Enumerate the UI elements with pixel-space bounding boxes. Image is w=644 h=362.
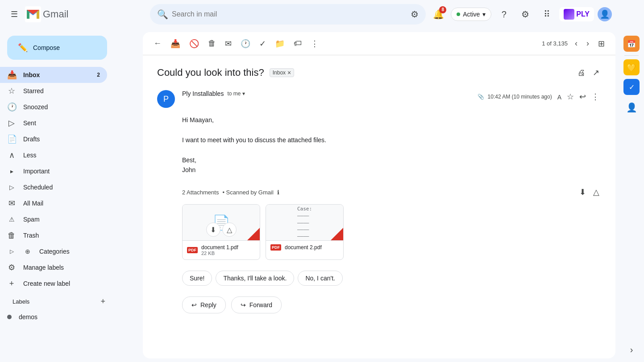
manage-labels-label: Manage labels — [23, 264, 100, 271]
attachment-name-1: document 1.pdf — [201, 244, 238, 251]
pdf-preview-text-2: Case:———————————————— — [294, 205, 316, 240]
sidebar-item-less[interactable]: ∧ Less — [0, 147, 107, 163]
translate-button[interactable]: A — [556, 90, 563, 103]
move-button[interactable]: 📁 — [271, 36, 288, 51]
sidebar-item-sent[interactable]: ▷ Sent — [0, 115, 107, 131]
chevron-left-icon: ‹ — [575, 39, 578, 48]
less-label: Less — [23, 152, 100, 159]
drafts-icon: 📄 — [7, 134, 16, 144]
user-avatar[interactable]: 👤 — [598, 7, 612, 21]
notification-button[interactable]: 🔔 8 — [429, 5, 447, 23]
sidebar-item-categories[interactable]: ▷ ⊕ Categories — [0, 243, 107, 259]
prev-email-button[interactable]: ‹ — [571, 36, 581, 51]
search-icon: 🔍 — [157, 9, 168, 20]
open-in-new-button[interactable]: ↗ — [591, 66, 601, 79]
active-status-button[interactable]: Active ▾ — [451, 8, 491, 21]
report-icon: 🚫 — [189, 39, 199, 49]
settings-button[interactable]: ⚙ — [516, 5, 534, 23]
download-attachment-1-button[interactable]: ⬇ — [206, 222, 220, 237]
view-icon: ⊞ — [598, 39, 605, 49]
label-demos[interactable]: demos — [0, 310, 107, 324]
sidebar-item-important[interactable]: ▸ Important — [0, 163, 107, 179]
attachment-card-1[interactable]: 📄 ⬇ △ — [182, 204, 260, 260]
quick-reply-no-button[interactable]: No, I can't. — [298, 271, 342, 286]
email-view: ← 📥 🚫 🗑 ✉ 🕐 ✓ — [143, 32, 615, 358]
back-button[interactable]: ← — [150, 36, 165, 51]
attachment-card-2[interactable]: Case:———————————————— PDF document 2.pdf — [266, 204, 344, 260]
recipient-info[interactable]: to me ▾ — [227, 90, 245, 97]
label-demos-text: demos — [19, 313, 37, 321]
add-label-button[interactable]: + — [99, 295, 107, 308]
forward-button[interactable]: ↪ Forward — [231, 296, 282, 313]
more-button[interactable]: ⋮ — [307, 36, 322, 51]
search-box[interactable]: 🔍 ⚙ — [150, 4, 426, 25]
archive-button[interactable]: 📥 — [167, 36, 184, 51]
sidebar-item-snoozed[interactable]: 🕐 Snoozed — [0, 99, 107, 115]
drive-icon: △ — [593, 188, 599, 197]
ply-icon — [564, 9, 574, 20]
sidebar-item-manage-labels[interactable]: ⚙ Manage labels — [0, 259, 107, 276]
attachment-indicator-icon: 📎 — [478, 94, 484, 100]
ply-logo[interactable]: PLY — [559, 7, 594, 21]
important-icon: ▸ — [7, 168, 16, 175]
attachment-name-2: document 2.pdf — [285, 244, 322, 251]
quick-reply-sure-button[interactable]: Sure! — [182, 271, 212, 286]
remove-inbox-tag-button[interactable]: × — [287, 70, 291, 76]
sidebar-item-create-label[interactable]: + Create new label — [0, 276, 107, 292]
reply-forward-buttons: ↩ Reply ↪ Forward — [182, 296, 601, 313]
sent-label: Sent — [23, 119, 100, 127]
label-icon: 🏷 — [294, 39, 302, 48]
tasks-panel-icon[interactable]: ✓ — [623, 79, 640, 95]
email-content-scroll[interactable]: Could you look into this? Inbox × 🖨 ↗ — [143, 55, 615, 358]
gmail-logo: Gmail — [25, 6, 68, 22]
attachments-grid: 📄 ⬇ △ — [182, 204, 601, 260]
create-label-label: Create new label — [23, 280, 100, 287]
subject-actions: 🖨 ↗ — [576, 66, 601, 79]
label-button[interactable]: 🏷 — [290, 36, 305, 51]
sidebar-item-all-mail[interactable]: ✉ All Mail — [0, 195, 107, 211]
keep-panel-icon[interactable]: 💛 — [623, 59, 640, 75]
email-body-line2: I want to meet with you to discuss the a… — [182, 135, 601, 145]
mark-unread-button[interactable]: ✉ — [221, 36, 235, 51]
save-attachment-1-drive-button[interactable]: △ — [222, 222, 237, 237]
ply-label: PLY — [576, 10, 590, 18]
reply-arrow-icon: ↩ — [191, 301, 197, 309]
contacts-icon: 👤 — [626, 102, 637, 113]
next-email-button[interactable]: › — [583, 36, 593, 51]
sidebar-item-spam[interactable]: ⚠ Spam — [0, 211, 107, 227]
view-toggle-button[interactable]: ⊞ — [594, 36, 608, 51]
report-spam-button[interactable]: 🚫 — [186, 36, 203, 51]
help-button[interactable]: ? — [495, 5, 513, 23]
calendar-panel-icon[interactable]: 📅 — [623, 36, 640, 52]
add-task-button[interactable]: ✓ — [256, 36, 270, 51]
apps-button[interactable]: ⠿ — [538, 5, 556, 23]
categories-icon: ⊕ — [23, 248, 32, 255]
hamburger-button[interactable]: ☰ — [7, 6, 21, 23]
expand-right-panel-button[interactable]: › — [623, 341, 640, 358]
sidebar-item-drafts[interactable]: 📄 Drafts — [0, 131, 107, 147]
label-demos-dot — [7, 315, 12, 319]
download-all-button[interactable]: ⬇ — [578, 185, 588, 199]
delete-button[interactable]: 🗑 — [204, 36, 220, 51]
star-button[interactable]: ☆ — [565, 90, 576, 103]
sidebar-item-starred[interactable]: ☆ Starred — [0, 83, 107, 99]
email-closing: Best, — [182, 155, 601, 165]
create-label-icon: + — [7, 279, 16, 288]
sidebar-item-scheduled[interactable]: ▷ Scheduled — [0, 179, 107, 195]
snooze-button[interactable]: 🕐 — [237, 36, 254, 51]
all-mail-icon: ✉ — [7, 198, 16, 208]
more-email-button[interactable]: ⋮ — [590, 90, 601, 103]
reply-inline-button[interactable]: ↩ — [578, 90, 588, 103]
quick-reply-look-button[interactable]: Thanks, I'll take a look. — [216, 271, 294, 286]
search-tune-icon[interactable]: ⚙ — [411, 9, 419, 20]
sidebar-item-inbox[interactable]: 📥 Inbox 2 — [0, 67, 107, 83]
contacts-panel-icon[interactable]: 👤 — [623, 99, 640, 116]
drafts-label: Drafts — [23, 136, 100, 143]
menu-icon: ☰ — [11, 10, 18, 19]
print-button[interactable]: 🖨 — [576, 66, 587, 79]
search-input[interactable] — [172, 10, 407, 18]
reply-button[interactable]: ↩ Reply — [182, 296, 226, 313]
save-to-drive-button[interactable]: △ — [591, 185, 601, 199]
compose-button[interactable]: ✏️ Compose — [7, 36, 107, 60]
sidebar-item-trash[interactable]: 🗑 Trash — [0, 227, 107, 243]
